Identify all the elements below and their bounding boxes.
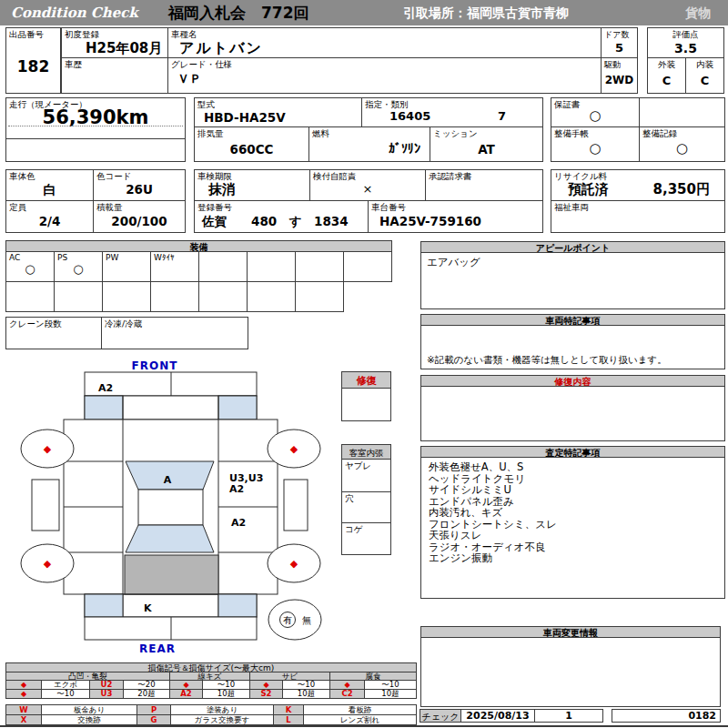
spare-yes-label: 有: [283, 615, 292, 625]
wheel-damage-marker: ◆: [44, 558, 52, 570]
front-bumper-code: A2: [98, 382, 113, 394]
legend-text: 20超: [123, 689, 170, 699]
vehicle-change-body: [420, 637, 721, 707]
welfare-cell: 福祉車両: [551, 200, 725, 233]
repair-flag-header: 修復: [341, 371, 391, 389]
exterior-grade-cell: 外装 C: [647, 57, 686, 94]
legend-text: ガラス交換要す: [170, 714, 274, 725]
repair-detail-body: [420, 386, 725, 441]
legend-code: A2: [169, 689, 203, 699]
chassis-number-cell: 車台番号 HA25V-759160: [368, 200, 543, 233]
recycle-status: 預託済: [568, 181, 609, 198]
rear-panel-code: K: [144, 602, 152, 614]
wheel-damage-marker: ◆: [290, 443, 298, 455]
class-category: 7: [498, 109, 506, 123]
recycle-fee-cell: リサイクル料 預託済 8,350円: [551, 169, 725, 201]
appeal-body: エアバッグ: [420, 252, 725, 309]
repair-flag-body: [341, 388, 391, 421]
legend-text: 〜10: [41, 689, 90, 699]
cabin-trim-row-burn: コゲ: [341, 522, 391, 555]
notes-footnote: ※記載のない書類・機器等は無しとして取り扱います。: [427, 354, 667, 367]
legend-code-x: X: [5, 714, 42, 725]
class-number: 16405: [389, 109, 430, 123]
right-panel-code-b: A2: [229, 483, 244, 495]
cabin-trim-row-tear: ヤブレ: [341, 459, 391, 492]
auction-sheet: Condition Check 福岡入札会 772回 引取場所：福岡県古賀市青柳…: [0, 0, 728, 728]
legend-text: レンズ割れ: [303, 714, 417, 725]
interior-grade-cell: 内装 C: [685, 57, 724, 94]
warranty-mark: ○: [551, 107, 639, 124]
assessment-item: サイドシルミミU: [429, 484, 724, 496]
assessment-item: エンジン振動: [429, 552, 724, 564]
assessment-item: 外装色褪せA、U、S: [429, 461, 724, 473]
drive-cell: 駆動 2WD: [601, 57, 638, 94]
legend-code: U3: [89, 689, 124, 699]
score-cell: 評価点 3.5: [647, 27, 724, 58]
drive: 2WD: [602, 74, 637, 86]
maintenance-record-mark: ○: [640, 140, 724, 157]
assessment-item: 天張りスレ: [429, 530, 724, 541]
doors: 5: [602, 41, 637, 55]
vehicle-notes-body: ※記載のない書類・機器等は無しとして取り扱います。: [420, 325, 725, 369]
pickup-location: 引取場所：福岡県古賀市青柳: [403, 0, 569, 25]
bottom-rule: [0, 725, 728, 727]
legend-code: S2: [249, 689, 283, 699]
wheel-damage-marker: ◆: [44, 443, 52, 455]
check-code: 0182: [688, 710, 716, 722]
car-damage-diagram: FRONT REAR A2 A U3,U3 A2 A2 K ◆ ◆ ◆ ◆ 有 …: [0, 0, 337, 728]
equip-cell: [343, 251, 392, 282]
mission: AT: [430, 142, 542, 157]
exterior-grade: C: [648, 74, 685, 87]
legend-text: 10超: [202, 689, 250, 699]
windshield-code: A: [164, 474, 172, 486]
legend-code: C2: [329, 689, 365, 699]
spare-no-label: 無: [302, 615, 311, 625]
assessment-body: 外装色褪せA、U、S ヘッドライトクモリ サイドシルミミU エンドパネル歪み 内…: [420, 457, 725, 599]
cabin-trim-header: 客室内張: [341, 444, 391, 460]
check-date-cell: 2025/08/13: [460, 709, 535, 723]
approval-cell: 承認請求書: [425, 169, 543, 201]
legend-text: 10超: [282, 689, 330, 699]
check-label: チェック: [420, 709, 461, 723]
assessment-item: 内装汚れ、キズ: [429, 507, 724, 519]
legend-code-g: G: [136, 714, 171, 725]
interior-grade: C: [686, 74, 723, 87]
fuel: ｶﾞｿﾘﾝ: [389, 141, 420, 156]
check-count-cell: 1: [534, 709, 603, 723]
check-count: 1: [535, 710, 602, 722]
appeal-content: エアバッグ: [427, 256, 480, 269]
class-cell: 指定・類別 16405 7: [361, 97, 543, 127]
wheel-damage-marker: ◆: [290, 558, 298, 570]
mission-cell: ミッション AT: [430, 126, 543, 162]
right-lower-code: A2: [231, 517, 246, 529]
chassis-number: HA25V-759160: [379, 214, 481, 228]
maintenance-record-cell: 整備記録 ○: [639, 126, 725, 162]
maintenance-book-mark: ○: [551, 140, 639, 157]
front-label: FRONT: [132, 359, 178, 372]
empty-cell: [639, 97, 725, 127]
recycle-fee: 8,350円: [653, 181, 710, 198]
legend-code-l: L: [273, 714, 304, 725]
maintenance-book-cell: 整備手帳 ○: [551, 126, 640, 162]
warranty-cell: 保証書 ○: [551, 97, 640, 127]
legend-sym: ◆: [5, 689, 42, 699]
category-badge: 貨物: [685, 0, 711, 25]
cabin-trim-row-hole: 穴: [341, 491, 391, 523]
legend-text: 10超: [364, 689, 417, 699]
check-date: 2025/08/13: [461, 710, 534, 722]
doors-cell: ドア数 5: [601, 27, 638, 58]
legend-text: 交換跡: [41, 714, 137, 725]
rear-label: REAR: [139, 642, 176, 655]
score: 3.5: [648, 41, 723, 56]
check-code-cell: 0182: [612, 709, 721, 723]
